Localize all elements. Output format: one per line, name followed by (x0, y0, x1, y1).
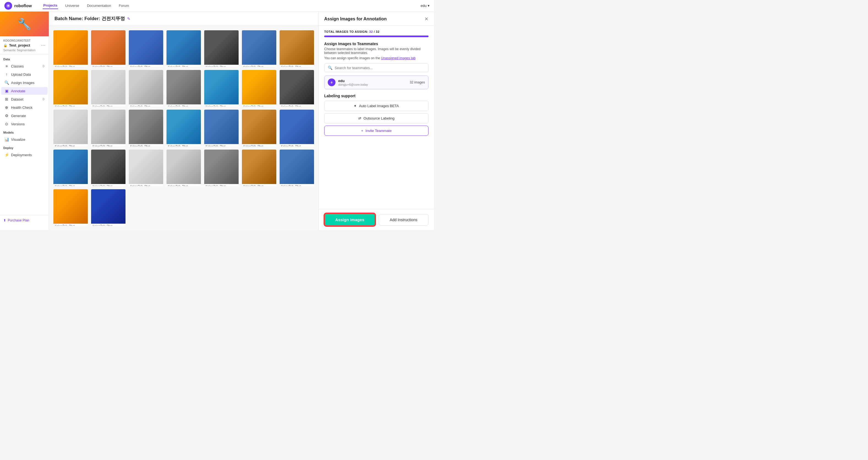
teammate-email: dongju+6@core.today (338, 83, 407, 86)
image-thumb (280, 150, 314, 184)
project-header: KOGONGJANGTEST 🔒 Test_project ⋯ Semantic… (0, 36, 49, 55)
right-panel: Assign Images for Annotation ✕ TOTAL IMA… (318, 11, 434, 230)
health-icon: ⊕ (4, 105, 9, 110)
logo[interactable]: roboflow (4, 2, 32, 10)
outsource-labeling-button[interactable]: ⇄ Outsource Labeling (324, 113, 429, 123)
teammate-avatar: e (328, 79, 336, 86)
unassigned-images-link[interactable]: Unassigned images tab (381, 56, 415, 60)
sidebar-item-classes[interactable]: ≡ Classes 0 (1, 62, 48, 70)
image-label: KakaoTalk_Phot... (242, 184, 276, 186)
image-thumb (129, 30, 163, 65)
outsource-icon: ⇄ (358, 116, 361, 120)
image-card[interactable]: KakaoTalk_Phot... (53, 189, 88, 226)
image-card[interactable]: KakaoTalk_Phot... (91, 150, 125, 186)
teammate-image-count: 32 images (410, 80, 425, 84)
image-card[interactable]: KakaoTalk_Phot... (166, 30, 201, 67)
nav-universe[interactable]: Universe (65, 2, 80, 9)
image-label: KakaoTalk_Phot... (53, 144, 88, 146)
image-label: KakaoTalk_Phot... (53, 184, 88, 186)
sidebar-item-visualize[interactable]: 📊 Visualize (1, 136, 48, 143)
image-label: KakaoTalk_Phot... (280, 105, 314, 106)
sidebar-item-health-check[interactable]: ⊕ Health Check (1, 104, 48, 111)
image-card[interactable]: KakaoTalk_Phot... (91, 70, 125, 106)
sidebar-item-annotate[interactable]: ▣ Annotate (1, 87, 48, 95)
image-card[interactable]: KakaoTalk_Phot... (91, 30, 125, 67)
image-card[interactable]: KakaoTalk_Phot... (280, 110, 314, 146)
image-card[interactable]: KakaoTalk_Phot... (280, 30, 314, 67)
invite-teammate-button[interactable]: + Invite Teammate (324, 125, 429, 136)
image-card[interactable]: KakaoTalk_Phot... (204, 30, 239, 67)
nav-projects[interactable]: Projects (43, 2, 58, 9)
batch-header: Batch Name: Folder: 건전지뚜껑 ✎ (49, 11, 318, 26)
image-card[interactable]: KakaoTalk_Phot... (53, 30, 88, 67)
image-thumb (280, 30, 314, 65)
image-thumb (166, 30, 201, 65)
purchase-icon: ⬆ (3, 219, 6, 222)
sidebar: 🔧 KOGONGJANGTEST 🔒 Test_project ⋯ Semant… (0, 11, 49, 230)
user-menu[interactable]: edu ▾ (421, 4, 430, 8)
roboflow-logo-icon (4, 2, 12, 10)
image-thumb (129, 150, 163, 184)
image-card[interactable]: KakaoTalk_Phot... (280, 150, 314, 186)
teammate-row[interactable]: e edu dongju+6@core.today 32 images (324, 76, 429, 89)
image-card[interactable]: KakaoTalk_Phot... (53, 110, 88, 146)
image-card[interactable]: KakaoTalk_Phot... (53, 150, 88, 186)
assign-teammates-title: Assign Images to Teammates (324, 41, 429, 46)
sidebar-item-dataset[interactable]: ⊞ Dataset 0 (1, 95, 48, 103)
image-card[interactable]: KakaoTalk_Phot... (91, 110, 125, 146)
sidebar-item-upload-data[interactable]: ↑ Upload Data (1, 70, 48, 78)
image-card[interactable]: KakaoTalk_Phot... (129, 70, 163, 106)
image-thumb (166, 110, 201, 144)
image-label: KakaoTalk_Phot... (280, 65, 314, 67)
sidebar-item-assign-images[interactable]: 🔍 Assign Images (1, 79, 48, 86)
image-thumb (242, 70, 276, 105)
auto-label-button[interactable]: ✦ Auto Label Images BETA (324, 101, 429, 111)
image-card[interactable]: KakaoTalk_Phot... (204, 110, 239, 146)
sidebar-item-generate[interactable]: ⚙ Generate (1, 112, 48, 119)
close-panel-button[interactable]: ✕ (424, 16, 429, 22)
nav-documentation[interactable]: Documentation (86, 2, 112, 9)
auto-label-icon: ✦ (354, 104, 356, 108)
search-teammates-input[interactable] (335, 66, 425, 70)
assign-images-button[interactable]: Assign Images (324, 213, 375, 226)
image-card[interactable]: KakaoTalk_Phot... (242, 110, 276, 146)
image-card[interactable]: KakaoTalk_Phot... (129, 110, 163, 146)
add-instructions-button[interactable]: Add Instructions (379, 214, 429, 226)
image-card[interactable]: KakaoTalk_Phot... (242, 30, 276, 67)
image-card[interactable]: KakaoTalk_Phot... (166, 110, 201, 146)
nav-forum[interactable]: Forum (118, 2, 130, 9)
image-card[interactable]: KakaoTalk_Phot... (204, 150, 239, 186)
sidebar-item-versions[interactable]: ⊙ Versions (1, 120, 48, 128)
main-content: Batch Name: Folder: 건전지뚜껑 ✎ KakaoTalk_Ph… (49, 11, 318, 230)
teammate-name: edu (338, 79, 407, 83)
upload-icon: ↑ (4, 72, 9, 77)
edit-batch-icon[interactable]: ✎ (127, 17, 130, 21)
search-teammates-box[interactable]: 🔍 (324, 63, 429, 72)
image-thumb (91, 30, 125, 65)
main-layout: 🔧 KOGONGJANGTEST 🔒 Test_project ⋯ Semant… (0, 11, 434, 230)
image-thumb (53, 70, 88, 105)
image-thumb (166, 70, 201, 105)
image-thumb (204, 30, 239, 65)
image-label: KakaoTalk_Phot... (53, 65, 88, 67)
image-card[interactable]: KakaoTalk_Phot... (242, 70, 276, 106)
image-card[interactable]: KakaoTalk_Phot... (204, 70, 239, 106)
more-options-icon[interactable]: ⋯ (41, 43, 45, 48)
image-thumb (204, 150, 239, 184)
search-icon: 🔍 (328, 65, 333, 70)
image-label: KakaoTalk_Phot... (166, 184, 201, 186)
sidebar-item-deployments[interactable]: ⚡ Deployments (1, 151, 48, 159)
project-thumbnail: 🔧 (0, 11, 49, 36)
purchase-plan-link[interactable]: ⬆ Purchase Plan (3, 219, 45, 222)
image-card[interactable]: KakaoTalk_Phot... (53, 70, 88, 106)
image-card[interactable]: KakaoTalk_Phot... (166, 70, 201, 106)
image-card[interactable]: KakaoTalk_Phot... (91, 189, 125, 226)
image-card[interactable]: KakaoTalk_Phot... (166, 150, 201, 186)
image-label: KakaoTalk_Phot... (129, 144, 163, 146)
image-card[interactable]: KakaoTalk_Phot... (242, 150, 276, 186)
image-label: KakaoTalk_Phot... (129, 184, 163, 186)
image-card[interactable]: KakaoTalk_Phot... (280, 70, 314, 106)
panel-header: Assign Images for Annotation ✕ (319, 11, 434, 26)
image-card[interactable]: KakaoTalk_Phot... (129, 150, 163, 186)
image-card[interactable]: KakaoTalk_Phot... (129, 30, 163, 67)
